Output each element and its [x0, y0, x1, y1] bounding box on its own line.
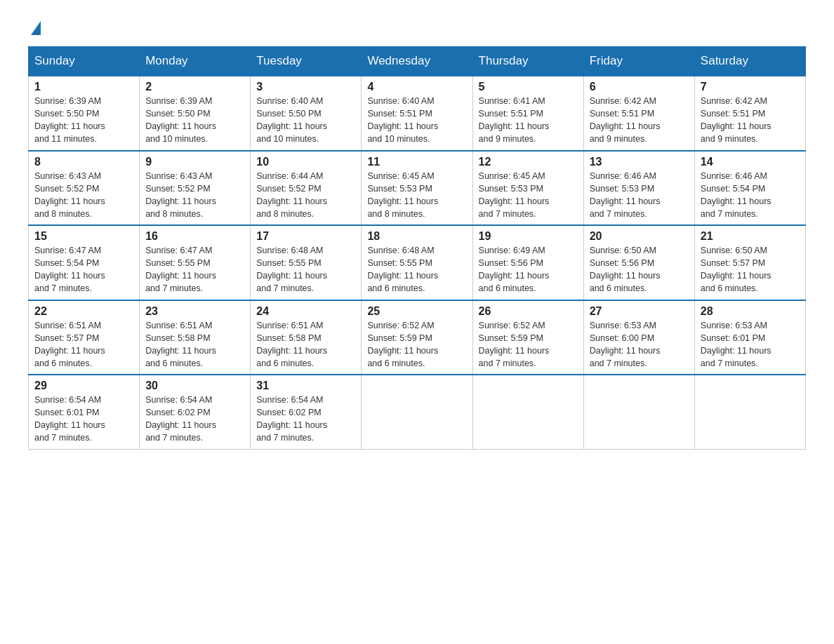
calendar-cell: 12Sunrise: 6:45 AMSunset: 5:53 PMDayligh…	[472, 151, 583, 226]
day-number: 12	[479, 156, 578, 168]
calendar-cell: 20Sunrise: 6:50 AMSunset: 5:56 PMDayligh…	[583, 225, 694, 300]
calendar-table: SundayMondayTuesdayWednesdayThursdayFrid…	[28, 46, 806, 450]
logo	[28, 21, 41, 34]
day-number: 17	[256, 230, 355, 243]
day-number: 26	[479, 305, 578, 318]
day-number: 19	[479, 230, 578, 243]
calendar-cell: 4Sunrise: 6:40 AMSunset: 5:51 PMDaylight…	[362, 76, 472, 151]
day-info: Sunrise: 6:50 AMSunset: 5:57 PMDaylight:…	[701, 244, 800, 295]
calendar-cell: 5Sunrise: 6:41 AMSunset: 5:51 PMDaylight…	[472, 76, 583, 151]
week-row-3: 15Sunrise: 6:47 AMSunset: 5:54 PMDayligh…	[29, 225, 806, 300]
day-info: Sunrise: 6:46 AMSunset: 5:54 PMDaylight:…	[701, 170, 800, 221]
day-info: Sunrise: 6:53 AMSunset: 6:00 PMDaylight:…	[590, 319, 689, 370]
day-number: 24	[256, 305, 355, 318]
calendar-cell: 9Sunrise: 6:43 AMSunset: 5:52 PMDaylight…	[140, 151, 251, 226]
calendar-header-sunday: Sunday	[29, 47, 140, 76]
day-number: 4	[367, 81, 466, 93]
day-info: Sunrise: 6:44 AMSunset: 5:52 PMDaylight:…	[256, 170, 355, 221]
calendar-cell	[583, 375, 694, 449]
day-number: 13	[590, 156, 689, 168]
day-info: Sunrise: 6:48 AMSunset: 5:55 PMDaylight:…	[256, 244, 355, 295]
calendar-header-thursday: Thursday	[472, 47, 583, 76]
week-row-1: 1Sunrise: 6:39 AMSunset: 5:50 PMDaylight…	[29, 76, 806, 151]
day-info: Sunrise: 6:43 AMSunset: 5:52 PMDaylight:…	[34, 170, 133, 221]
day-info: Sunrise: 6:45 AMSunset: 5:53 PMDaylight:…	[367, 170, 466, 221]
day-number: 6	[590, 81, 689, 93]
day-info: Sunrise: 6:51 AMSunset: 5:57 PMDaylight:…	[34, 319, 133, 370]
day-number: 21	[701, 230, 800, 243]
calendar-header-tuesday: Tuesday	[251, 47, 362, 76]
calendar-cell	[472, 375, 583, 449]
day-info: Sunrise: 6:53 AMSunset: 6:01 PMDaylight:…	[701, 319, 800, 370]
week-row-2: 8Sunrise: 6:43 AMSunset: 5:52 PMDaylight…	[29, 151, 806, 226]
calendar-cell: 8Sunrise: 6:43 AMSunset: 5:52 PMDaylight…	[29, 151, 140, 226]
calendar-cell: 6Sunrise: 6:42 AMSunset: 5:51 PMDaylight…	[583, 76, 694, 151]
calendar-cell: 18Sunrise: 6:48 AMSunset: 5:55 PMDayligh…	[362, 225, 472, 300]
day-info: Sunrise: 6:54 AMSunset: 6:01 PMDaylight:…	[34, 394, 133, 445]
day-number: 20	[590, 230, 689, 243]
day-number: 30	[145, 380, 244, 392]
calendar-cell: 1Sunrise: 6:39 AMSunset: 5:50 PMDaylight…	[29, 76, 140, 151]
day-info: Sunrise: 6:51 AMSunset: 5:58 PMDaylight:…	[145, 319, 244, 370]
day-info: Sunrise: 6:49 AMSunset: 5:56 PMDaylight:…	[479, 244, 578, 295]
calendar-cell: 14Sunrise: 6:46 AMSunset: 5:54 PMDayligh…	[694, 151, 805, 226]
day-number: 16	[145, 230, 244, 243]
day-info: Sunrise: 6:42 AMSunset: 5:51 PMDaylight:…	[590, 95, 689, 146]
calendar-cell: 10Sunrise: 6:44 AMSunset: 5:52 PMDayligh…	[251, 151, 362, 226]
calendar-cell: 24Sunrise: 6:51 AMSunset: 5:58 PMDayligh…	[251, 300, 362, 375]
day-number: 18	[367, 230, 466, 243]
day-number: 1	[34, 81, 133, 93]
calendar-header-row: SundayMondayTuesdayWednesdayThursdayFrid…	[29, 47, 806, 76]
calendar-header-saturday: Saturday	[694, 47, 805, 76]
day-number: 11	[367, 156, 466, 168]
day-number: 22	[34, 305, 133, 318]
day-number: 2	[145, 81, 244, 93]
day-number: 15	[34, 230, 133, 243]
calendar-cell: 3Sunrise: 6:40 AMSunset: 5:50 PMDaylight…	[251, 76, 362, 151]
day-info: Sunrise: 6:52 AMSunset: 5:59 PMDaylight:…	[479, 319, 578, 370]
calendar-header-monday: Monday	[140, 47, 251, 76]
day-info: Sunrise: 6:39 AMSunset: 5:50 PMDaylight:…	[145, 95, 244, 146]
day-number: 8	[34, 156, 133, 168]
calendar-cell: 22Sunrise: 6:51 AMSunset: 5:57 PMDayligh…	[29, 300, 140, 375]
calendar-cell: 27Sunrise: 6:53 AMSunset: 6:00 PMDayligh…	[583, 300, 694, 375]
page-header	[28, 21, 806, 34]
day-number: 10	[256, 156, 355, 168]
calendar-cell: 17Sunrise: 6:48 AMSunset: 5:55 PMDayligh…	[251, 225, 362, 300]
day-number: 3	[256, 81, 355, 93]
day-number: 14	[701, 156, 800, 168]
day-number: 7	[701, 81, 800, 93]
calendar-cell	[362, 375, 472, 449]
calendar-cell	[694, 375, 805, 449]
calendar-cell: 30Sunrise: 6:54 AMSunset: 6:02 PMDayligh…	[140, 375, 251, 449]
day-info: Sunrise: 6:42 AMSunset: 5:51 PMDaylight:…	[701, 95, 800, 146]
day-number: 5	[479, 81, 578, 93]
logo-triangle-icon	[31, 21, 41, 35]
calendar-cell: 31Sunrise: 6:54 AMSunset: 6:02 PMDayligh…	[251, 375, 362, 449]
calendar-cell: 23Sunrise: 6:51 AMSunset: 5:58 PMDayligh…	[140, 300, 251, 375]
day-info: Sunrise: 6:40 AMSunset: 5:51 PMDaylight:…	[367, 95, 466, 146]
day-info: Sunrise: 6:47 AMSunset: 5:55 PMDaylight:…	[145, 244, 244, 295]
day-number: 31	[256, 380, 355, 392]
day-number: 9	[145, 156, 244, 168]
day-info: Sunrise: 6:54 AMSunset: 6:02 PMDaylight:…	[256, 394, 355, 445]
day-info: Sunrise: 6:51 AMSunset: 5:58 PMDaylight:…	[256, 319, 355, 370]
calendar-cell: 19Sunrise: 6:49 AMSunset: 5:56 PMDayligh…	[472, 225, 583, 300]
day-info: Sunrise: 6:48 AMSunset: 5:55 PMDaylight:…	[367, 244, 466, 295]
calendar-cell: 26Sunrise: 6:52 AMSunset: 5:59 PMDayligh…	[472, 300, 583, 375]
calendar-cell: 25Sunrise: 6:52 AMSunset: 5:59 PMDayligh…	[362, 300, 472, 375]
calendar-cell: 7Sunrise: 6:42 AMSunset: 5:51 PMDaylight…	[694, 76, 805, 151]
day-info: Sunrise: 6:52 AMSunset: 5:59 PMDaylight:…	[367, 319, 466, 370]
day-number: 28	[701, 305, 800, 318]
day-info: Sunrise: 6:39 AMSunset: 5:50 PMDaylight:…	[34, 95, 133, 146]
day-info: Sunrise: 6:46 AMSunset: 5:53 PMDaylight:…	[590, 170, 689, 221]
day-info: Sunrise: 6:47 AMSunset: 5:54 PMDaylight:…	[34, 244, 133, 295]
calendar-header-wednesday: Wednesday	[362, 47, 472, 76]
calendar-cell: 16Sunrise: 6:47 AMSunset: 5:55 PMDayligh…	[140, 225, 251, 300]
day-info: Sunrise: 6:40 AMSunset: 5:50 PMDaylight:…	[256, 95, 355, 146]
day-number: 27	[590, 305, 689, 318]
day-info: Sunrise: 6:43 AMSunset: 5:52 PMDaylight:…	[145, 170, 244, 221]
calendar-cell: 28Sunrise: 6:53 AMSunset: 6:01 PMDayligh…	[694, 300, 805, 375]
day-info: Sunrise: 6:54 AMSunset: 6:02 PMDaylight:…	[145, 394, 244, 445]
calendar-cell: 15Sunrise: 6:47 AMSunset: 5:54 PMDayligh…	[29, 225, 140, 300]
